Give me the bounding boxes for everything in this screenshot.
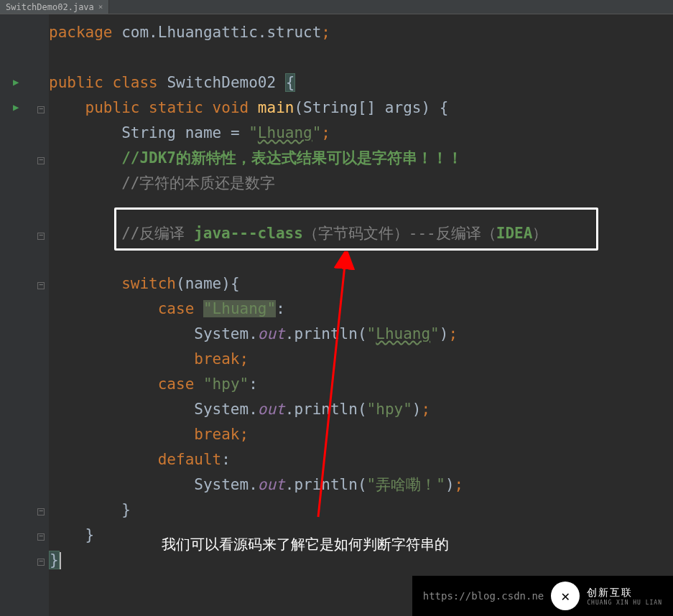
editor-tab[interactable]: SwitchDemo02.java × bbox=[0, 0, 109, 14]
case-value: "Lhuang" bbox=[203, 300, 276, 317]
annotation-text: 我们可以看源码来了解它是如何判断字符串的 bbox=[162, 535, 449, 554]
fold-icon[interactable] bbox=[37, 106, 45, 113]
watermark: https://blog.csdn.ne ✕ 创新互联 CHUANG XIN H… bbox=[412, 576, 673, 616]
gutter[interactable]: ▶ ▶ bbox=[0, 14, 49, 616]
keyword-switch: switch bbox=[121, 275, 176, 292]
comment-decompile: //反编译 java---class（字节码文件）---反编译（IDEA） bbox=[121, 225, 547, 242]
keyword-default: default bbox=[158, 451, 222, 468]
watermark-brand: 创新互联 bbox=[587, 587, 662, 599]
brace-close: } bbox=[49, 551, 60, 569]
tab-filename: SwitchDemo02.java bbox=[6, 2, 94, 12]
keyword-class: class bbox=[113, 74, 158, 91]
comment-char: //字符的本质还是数字 bbox=[121, 174, 275, 192]
package-name: com.Lhuangattic.struct bbox=[121, 24, 321, 41]
editor-area: ▶ ▶ package com.Lhuangattic.struct; publ… bbox=[0, 14, 673, 616]
case-value: "hpy" bbox=[203, 375, 249, 393]
fold-icon[interactable] bbox=[37, 533, 45, 541]
brace-open: { bbox=[285, 73, 296, 92]
fold-icon[interactable] bbox=[37, 508, 45, 515]
cursor bbox=[60, 552, 61, 569]
tab-bar: SwitchDemo02.java × bbox=[0, 0, 673, 14]
watermark-logo-icon: ✕ bbox=[551, 582, 580, 610]
run-icon[interactable]: ▶ bbox=[13, 101, 19, 113]
close-icon[interactable]: × bbox=[98, 2, 103, 11]
run-icon[interactable]: ▶ bbox=[13, 76, 19, 88]
class-name: SwitchDemo02 bbox=[167, 74, 276, 91]
method-main: main bbox=[258, 99, 294, 116]
fold-icon[interactable] bbox=[37, 233, 45, 240]
keyword-public: public bbox=[49, 74, 103, 91]
fold-icon[interactable] bbox=[37, 157, 45, 164]
fold-icon[interactable] bbox=[37, 282, 45, 289]
watermark-brand-sub: CHUANG XIN HU LIAN bbox=[587, 599, 662, 606]
fold-icon[interactable] bbox=[37, 559, 45, 566]
code-editor[interactable]: package com.Lhuangattic.struct; public c… bbox=[49, 14, 547, 616]
watermark-url: https://blog.csdn.ne bbox=[423, 590, 544, 602]
comment-jdk7: //JDK7的新特性，表达式结果可以是字符串！！！ bbox=[121, 149, 463, 167]
keyword-package: package bbox=[49, 24, 113, 41]
